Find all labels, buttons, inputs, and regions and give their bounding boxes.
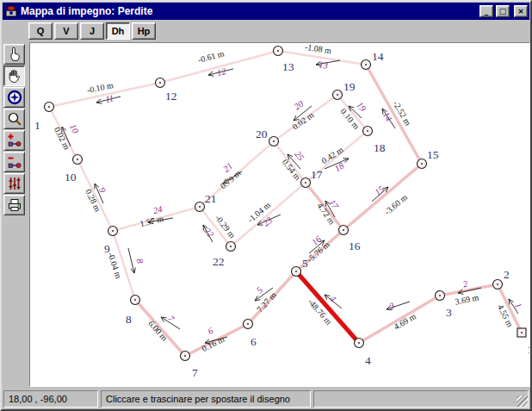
link-value-10: 0.02 m [53,126,72,152]
app-window: Mappa di impegno: Perdite _ □ × QVJDhHp … [0,0,532,411]
resize-grip[interactable] [517,395,528,407]
valves-button[interactable] [3,173,25,194]
node-label-j15: 15 [427,148,439,161]
toolbar-button-v[interactable]: V [54,22,78,40]
link-number-19: 19 [355,100,368,114]
node-label-j11: 1 [34,119,40,132]
window-title: Mappa di impegno: Perdite [21,5,477,17]
toolbar-button-dh[interactable]: Dh [106,22,130,40]
node-label-j17: 17 [311,168,323,181]
network-map: 4.55 m13.69 m24.69 m3-48.76 m47.27 m50.1… [30,43,530,384]
minimize-button[interactable]: _ [479,5,493,17]
node-label-j10: 10 [65,171,77,184]
valves-icon [7,176,22,191]
link-23[interactable] [231,183,306,246]
remove-element-icon [7,154,22,170]
zoom-extents-icon [7,90,22,105]
link-value-5: 7.27 m [255,290,278,314]
link-number-25: 25 [293,149,306,162]
node-label-j20: 20 [256,128,268,140]
link-number-6: 6 [207,325,215,336]
link-number-13: 13 [319,59,329,71]
map-canvas[interactable]: 4.55 m13.69 m24.69 m3-48.76 m47.27 m50.1… [29,42,530,387]
link-number-2: 2 [462,279,469,290]
link-value-13: -1.08 m [304,43,332,55]
magnifier-icon [7,111,22,127]
pointer-hand-icon [7,47,22,62]
link-value-3: 4.69 m [392,311,418,332]
flow-arrow-8 [128,248,135,273]
node-label-j14: 14 [372,50,384,63]
link-value-7: 6.00 m [146,319,170,343]
add-element-icon [7,133,22,148]
node-label-j9: 9 [104,242,110,255]
printer-button[interactable] [3,195,25,215]
status-spare [313,390,529,408]
node-label-j3: 3 [446,306,452,319]
printer-icon [7,197,22,213]
status-hint: Cliccare e trascinare per spostare il di… [101,390,311,408]
link-number-11: 11 [104,93,114,104]
link-number-5: 5 [255,285,265,295]
close-button[interactable]: × [514,5,528,17]
toolbar-button-q[interactable]: Q [28,22,53,40]
node-label-j12: 12 [165,90,177,103]
titlebar: Mappa di impegno: Perdite _ □ × [3,3,529,20]
add-element-button[interactable] [3,130,25,151]
link-number-7: 7 [166,314,176,324]
node-label-j13: 13 [282,60,294,73]
link-value-15: -3.60 m [382,192,409,217]
node-label-j1r: 1 [527,343,530,356]
link-number-12: 12 [216,66,228,78]
view-toolbar: QVJDhHp [2,20,530,42]
pan-hand-button[interactable] [3,65,25,86]
toolbar-button-j[interactable]: J [80,22,104,40]
link-number-10: 10 [68,122,81,135]
node-label-j16: 16 [349,240,361,252]
remove-element-button[interactable] [3,152,25,172]
zoom-extents-button[interactable] [3,87,25,108]
node-label-j7: 7 [192,366,198,379]
maximize-button[interactable]: □ [496,5,510,17]
link-value-24: 1.57 m [139,214,164,228]
node-label-j22: 22 [213,255,225,268]
node-label-j8: 8 [126,313,132,326]
link-15[interactable] [343,164,422,230]
toolbar-button-hp[interactable]: Hp [132,22,156,40]
link-4[interactable] [296,271,359,343]
tool-column [2,42,29,387]
node-label-j21: 21 [205,192,217,205]
node-label-j6: 6 [251,335,257,348]
link-number-8: 8 [134,258,145,265]
cursor-coordinates: 18,00 , -96,00 [3,390,98,408]
link-number-18: 18 [333,160,346,173]
link-value-12: -0.61 m [197,48,226,65]
link-number-23: 23 [261,215,274,228]
pan-hand-icon [7,68,22,84]
node-label-j4: 4 [365,354,371,367]
node-label-j5: 5 [302,257,308,270]
status-bar: 18,00 , -96,00 Cliccare e trascinare per… [2,387,530,409]
link-value-6: 0.16 m [201,334,226,354]
link-number-20: 20 [292,98,306,112]
link-number-1: 1 [513,302,523,310]
node-label-j19: 19 [343,80,356,93]
node-label-j18: 18 [374,141,386,154]
node-label-j2: 2 [504,268,510,281]
link-value-2: 3.69 m [455,292,480,306]
link-number-4: 4 [328,294,338,304]
link-value-22: -0.29 m [213,213,238,240]
app-icon [4,4,18,18]
main-area: 4.55 m13.69 m24.69 m3-48.76 m47.27 m50.1… [2,42,530,387]
pointer-hand-button[interactable] [3,44,25,65]
magnifier-button[interactable] [3,109,25,129]
